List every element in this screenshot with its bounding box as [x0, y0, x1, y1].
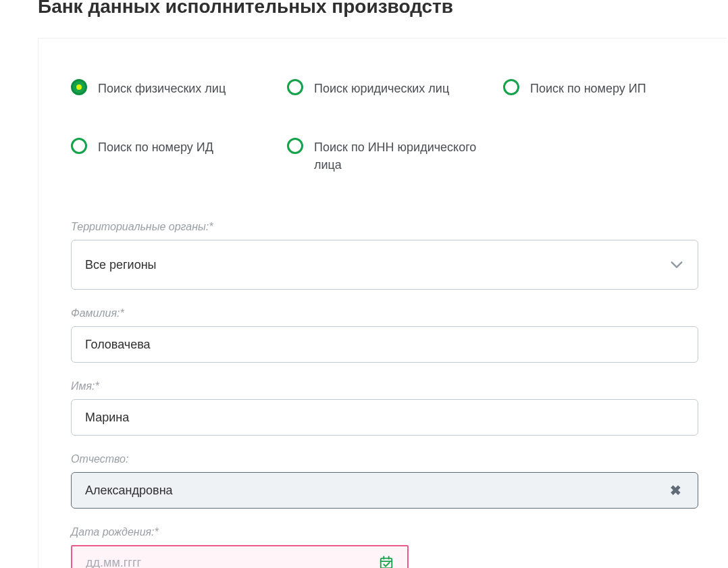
firstname-field-group: Имя:* — [71, 380, 698, 436]
radio-icon — [287, 79, 303, 95]
radio-label: Поиск по номеру ИП — [530, 79, 646, 97]
search-form-card: Поиск физических лиц Поиск юридических л… — [38, 38, 727, 568]
region-select[interactable]: Все регионы — [71, 240, 698, 290]
birthdate-field-group: Дата рождения:* дд.мм.гггг — [71, 526, 409, 568]
search-type-radio-group: Поиск физических лиц Поиск юридических л… — [71, 79, 698, 174]
patronymic-input[interactable]: Александровна ✖ — [71, 472, 698, 509]
radio-icon — [287, 138, 303, 154]
patronymic-label: Отчество: — [71, 453, 698, 465]
region-label: Территориальные органы:* — [71, 221, 698, 233]
radio-search-individuals[interactable]: Поиск физических лиц — [71, 79, 287, 97]
radio-search-legal-entities[interactable]: Поиск юридических лиц — [287, 79, 503, 97]
radio-search-id-number[interactable]: Поиск по номеру ИД — [71, 138, 287, 174]
patronymic-value: Александровна — [85, 484, 173, 498]
patronymic-field-group: Отчество: Александровна ✖ — [71, 453, 698, 509]
birthdate-input[interactable]: дд.мм.гггг — [71, 545, 409, 568]
firstname-input[interactable] — [71, 399, 698, 436]
birthdate-label: Дата рождения:* — [71, 526, 409, 538]
radio-search-inn[interactable]: Поиск по ИНН юридического лица — [287, 138, 503, 174]
lastname-input[interactable] — [71, 326, 698, 363]
clear-icon[interactable]: ✖ — [667, 482, 684, 498]
radio-icon — [71, 138, 87, 154]
page-title: Банк данных исполнительных производств — [0, 0, 728, 38]
firstname-label: Имя:* — [71, 380, 698, 392]
radio-label: Поиск по номеру ИД — [98, 138, 213, 156]
birthdate-placeholder: дд.мм.гггг — [86, 556, 141, 568]
radio-label: Поиск юридических лиц — [314, 79, 449, 97]
chevron-down-icon — [669, 257, 684, 272]
region-field-group: Территориальные органы:* Все регионы — [71, 221, 698, 290]
radio-icon — [71, 79, 87, 95]
lastname-label: Фамилия:* — [71, 307, 698, 319]
radio-icon — [503, 79, 519, 95]
radio-search-ip-number[interactable]: Поиск по номеру ИП — [503, 79, 692, 97]
radio-label: Поиск по ИНН юридического лица — [314, 138, 490, 174]
region-selected-value: Все регионы — [85, 258, 157, 272]
lastname-field-group: Фамилия:* — [71, 307, 698, 363]
radio-label: Поиск физических лиц — [98, 79, 226, 97]
calendar-icon — [379, 555, 394, 568]
